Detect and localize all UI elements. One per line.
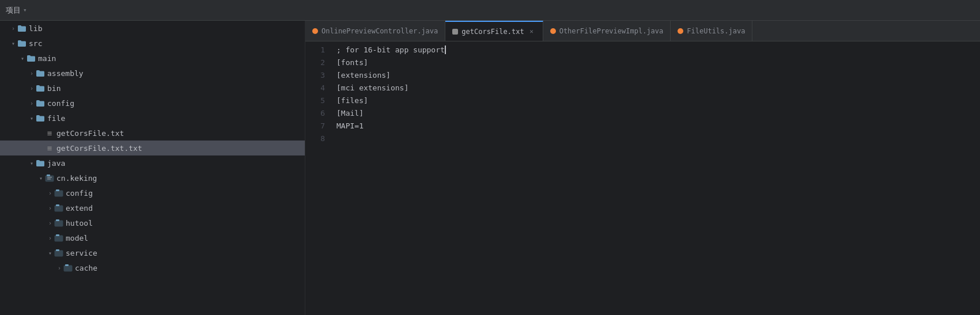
- chevron-file-icon: [28, 114, 36, 122]
- tab-label-OtherFilePreviewImpl: OtherFilePreviewImpl.java: [559, 27, 664, 35]
- model-label: model: [66, 234, 88, 242]
- svg-rect-14: [64, 265, 72, 271]
- chevron-cache-icon: [55, 264, 63, 272]
- tab-getCorsFile[interactable]: getCorsFile.txt ✕: [445, 21, 543, 41]
- folder-extend-icon: [54, 203, 63, 212]
- svg-rect-7: [56, 204, 59, 206]
- code-line-6: [Mail]: [336, 107, 980, 120]
- extend-label: extend: [66, 204, 93, 212]
- tree-item-cn-config[interactable]: config: [0, 185, 305, 200]
- tab-label-FileUtils: FileUtils.java: [687, 27, 745, 35]
- tree-item-extend[interactable]: extend: [0, 200, 305, 215]
- svg-rect-8: [55, 221, 63, 226]
- tree-item-file[interactable]: file: [0, 111, 305, 126]
- tree-item-model[interactable]: model: [0, 230, 305, 245]
- editor-area: OnlinePreviewController.java getCorsFile…: [305, 21, 980, 315]
- chevron-java-icon: [28, 159, 36, 167]
- hutool-label: hutool: [66, 219, 93, 227]
- tab-bar: OnlinePreviewController.java getCorsFile…: [305, 21, 980, 41]
- tree-item-cache[interactable]: cache: [0, 260, 305, 275]
- cache-label: cache: [75, 264, 97, 272]
- header-chevron-icon: ▾: [23, 6, 27, 14]
- code-line-4: [mci extensions]: [336, 82, 980, 94]
- tab-java-dot-3: [550, 28, 556, 34]
- line-numbers: 1 2 3 4 5 6 7 8: [305, 44, 334, 315]
- chevron-hutool-icon: [46, 219, 54, 227]
- code-line-8: [336, 132, 980, 145]
- svg-rect-11: [56, 234, 59, 236]
- main-layout: lib src main: [0, 21, 980, 315]
- tab-txt-dot-2: [452, 29, 458, 35]
- file-folder-label: file: [47, 114, 65, 123]
- chevron-getCorsFile-txt-txt-icon: [37, 144, 45, 152]
- bin-label: bin: [47, 84, 60, 93]
- code-editor[interactable]: ; for 16-bit app support [fonts] [extens…: [334, 44, 980, 315]
- chevron-getCorsFile-txt-icon: [37, 129, 45, 137]
- header-title-text: 项目: [6, 5, 21, 16]
- line-num-8: 8: [305, 132, 325, 145]
- tree-item-bin[interactable]: bin: [0, 81, 305, 96]
- tree-item-service[interactable]: service: [0, 245, 305, 260]
- file-tree[interactable]: lib src main: [0, 21, 305, 315]
- folder-src-icon: [17, 39, 27, 48]
- tab-FileUtils[interactable]: FileUtils.java: [671, 21, 752, 41]
- tree-item-src[interactable]: src: [0, 36, 305, 51]
- svg-rect-3: [47, 179, 51, 180]
- cn-keking-label: cn.keking: [56, 174, 97, 183]
- folder-main-icon: [27, 54, 36, 63]
- svg-rect-9: [56, 219, 59, 221]
- tree-item-java[interactable]: java: [0, 155, 305, 170]
- folder-cn-keking-icon: [45, 173, 54, 183]
- chevron-assembly-icon: [28, 69, 36, 77]
- chevron-service-icon: [46, 249, 54, 257]
- code-line-5: [files]: [336, 94, 980, 107]
- line-num-7: 7: [305, 120, 325, 132]
- svg-rect-2: [47, 177, 52, 178]
- tree-item-lib[interactable]: lib: [0, 21, 305, 36]
- tree-item-main[interactable]: main: [0, 51, 305, 66]
- code-line-2: [fonts]: [336, 56, 980, 69]
- tab-close-getCorsFile[interactable]: ✕: [528, 28, 536, 36]
- svg-rect-1: [47, 174, 50, 176]
- tab-java-dot-4: [678, 28, 683, 34]
- lib-label: lib: [29, 24, 42, 33]
- tab-label-OnlinePreviewController: OnlinePreviewController.java: [321, 27, 438, 35]
- line-num-3: 3: [305, 69, 325, 82]
- folder-cn-config-icon: [54, 188, 63, 198]
- chevron-main-icon: [18, 54, 27, 62]
- tree-item-getCorsFile-txt-txt[interactable]: ≡ getCorsFile.txt.txt: [0, 141, 305, 155]
- header-bar: 项目 ▾: [0, 0, 980, 21]
- tree-item-getCorsFile-txt[interactable]: ≡ getCorsFile.txt: [0, 126, 305, 141]
- line-num-4: 4: [305, 82, 325, 94]
- svg-rect-13: [56, 249, 59, 251]
- folder-file-icon: [36, 113, 45, 123]
- tree-item-config[interactable]: config: [0, 96, 305, 111]
- line-num-6: 6: [305, 107, 325, 120]
- line-num-5: 5: [305, 94, 325, 107]
- chevron-extend-icon: [46, 204, 54, 212]
- tab-OtherFilePreviewImpl[interactable]: OtherFilePreviewImpl.java: [543, 21, 671, 41]
- editor-content: 1 2 3 4 5 6 7 8 ; for 16-bit app support…: [305, 41, 980, 315]
- file-txt-icon: ≡: [45, 128, 54, 138]
- tree-item-hutool[interactable]: hutool: [0, 215, 305, 230]
- tab-java-dot-1: [312, 28, 318, 34]
- chevron-lib-icon: [9, 24, 17, 32]
- java-label: java: [47, 159, 65, 168]
- tree-item-assembly[interactable]: assembly: [0, 66, 305, 81]
- folder-hutool-icon: [54, 218, 63, 227]
- folder-assembly-icon: [36, 69, 45, 78]
- tab-label-getCorsFile: getCorsFile.txt: [461, 28, 524, 36]
- chevron-cn-keking-icon: [37, 174, 45, 182]
- folder-config-icon: [36, 98, 45, 108]
- tab-OnlinePreviewController[interactable]: OnlinePreviewController.java: [305, 21, 445, 41]
- tree-item-cn-keking[interactable]: cn.keking: [0, 170, 305, 185]
- header-title[interactable]: 项目 ▾: [6, 5, 27, 16]
- main-label: main: [38, 54, 56, 63]
- svg-rect-5: [56, 189, 59, 191]
- chevron-bin-icon: [28, 84, 36, 92]
- folder-bin-icon: [36, 84, 45, 93]
- line-num-1: 1: [305, 44, 325, 56]
- folder-model-icon: [54, 233, 63, 242]
- code-line-1: ; for 16-bit app support: [336, 44, 980, 56]
- chevron-config-icon: [28, 99, 36, 107]
